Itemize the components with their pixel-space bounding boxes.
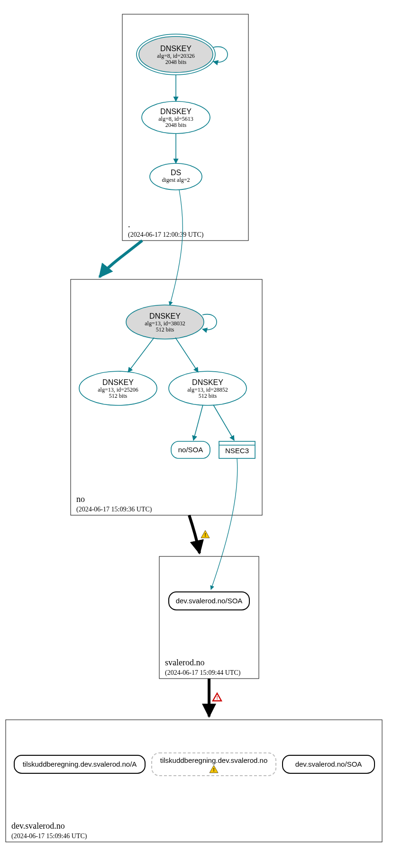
svg-text:tilskuddberegning.dev.svalerod: tilskuddberegning.dev.svalerod.no/A xyxy=(23,760,137,768)
svg-text:!: ! xyxy=(213,767,215,772)
svg-text:DNSKEY: DNSKEY xyxy=(102,378,134,386)
svg-text:alg=8, id=5613: alg=8, id=5613 xyxy=(158,116,193,122)
node-no-nsec3: NSEC3 xyxy=(219,441,255,458)
zone-dev-label: dev.svalerod.no xyxy=(11,821,65,831)
svg-text:DNSKEY: DNSKEY xyxy=(160,107,192,116)
svg-text:DNSKEY: DNSKEY xyxy=(160,45,192,53)
node-no-soa: no/SOA xyxy=(171,441,210,458)
dnssec-graph: . (2024-06-17 12:00:39 UTC) DNSKEY alg=8… xyxy=(0,0,393,868)
svg-text:alg=13, id=38032: alg=13, id=38032 xyxy=(145,320,185,327)
svg-text:512 bits: 512 bits xyxy=(109,393,128,399)
svg-text:512 bits: 512 bits xyxy=(199,393,217,399)
warning-icon: ! xyxy=(210,765,218,773)
node-no-zsk1: DNSKEY alg=13, id=25206 512 bits xyxy=(79,371,157,405)
edge-root-to-no-delegation xyxy=(100,241,142,277)
edge-no-zsk2-soa xyxy=(193,405,203,440)
svg-text:DNSKEY: DNSKEY xyxy=(149,312,181,320)
node-no-ksk: DNSKEY alg=13, id=38032 512 bits xyxy=(126,305,204,339)
svg-text:dev.svalerod.no/SOA: dev.svalerod.no/SOA xyxy=(295,760,362,768)
svg-text:2048 bits: 2048 bits xyxy=(165,122,187,128)
svg-text:DNSKEY: DNSKEY xyxy=(192,378,223,386)
edge-root-ds-to-no-ksk xyxy=(170,190,183,305)
svg-text:alg=8, id=20326: alg=8, id=20326 xyxy=(157,53,195,59)
zone-no-timestamp: (2024-06-17 15:09:36 UTC) xyxy=(76,506,152,513)
zone-root-label: . xyxy=(128,220,130,229)
node-root-ds: DS digest alg=2 xyxy=(150,163,202,190)
zone-svalerod-timestamp: (2024-06-17 15:09:44 UTC) xyxy=(165,669,241,677)
error-icon: ! xyxy=(213,693,221,701)
svg-text:!: ! xyxy=(216,695,218,700)
node-no-zsk2: DNSKEY alg=13, id=28852 512 bits xyxy=(169,371,247,405)
node-dev-soa: dev.svalerod.no/SOA xyxy=(283,755,375,773)
svg-text:NSEC3: NSEC3 xyxy=(225,447,249,455)
zone-no: no (2024-06-17 15:09:36 UTC) DNSKEY alg=… xyxy=(71,279,262,515)
node-svalerod-soa: dev.svalerod.no/SOA xyxy=(169,592,249,610)
svg-text:!: ! xyxy=(204,532,206,537)
svg-text:alg=13, id=28852: alg=13, id=28852 xyxy=(187,386,228,393)
edge-no-ksk-zsk2 xyxy=(175,338,198,372)
zone-root: . (2024-06-17 12:00:39 UTC) DNSKEY alg=8… xyxy=(122,14,248,241)
svg-text:512 bits: 512 bits xyxy=(156,326,174,333)
zone-no-label: no xyxy=(76,494,85,504)
svg-text:no/SOA: no/SOA xyxy=(178,446,203,454)
zone-root-timestamp: (2024-06-17 12:00:39 UTC) xyxy=(128,231,204,239)
svg-text:digest alg=2: digest alg=2 xyxy=(162,177,190,183)
zone-svalerod-label: svalerod.no xyxy=(165,658,204,667)
zone-svalerod: svalerod.no (2024-06-17 15:09:44 UTC) de… xyxy=(159,556,259,679)
svg-text:2048 bits: 2048 bits xyxy=(165,59,187,65)
node-root-zsk: DNSKEY alg=8, id=5613 2048 bits xyxy=(142,101,210,134)
edge-no-to-svalerod-delegation xyxy=(189,515,200,553)
svg-text:DS: DS xyxy=(171,169,181,177)
zone-dev-timestamp: (2024-06-17 15:09:46 UTC) xyxy=(11,832,87,840)
node-dev-a: tilskuddberegning.dev.svalerod.no/A xyxy=(14,755,145,773)
edge-nsec3-to-svalerod-soa xyxy=(211,458,238,590)
svg-text:dev.svalerod.no/SOA: dev.svalerod.no/SOA xyxy=(176,597,243,605)
warning-icon: ! xyxy=(201,530,210,538)
svg-text:alg=13, id=25206: alg=13, id=25206 xyxy=(98,386,138,393)
edge-no-zsk2-nsec3 xyxy=(213,405,234,440)
node-dev-name: tilskuddberegning.dev.svalerod.no ! xyxy=(152,753,276,776)
node-root-ksk: DNSKEY alg=8, id=20326 2048 bits xyxy=(137,34,215,75)
svg-text:tilskuddberegning.dev.svalerod: tilskuddberegning.dev.svalerod.no xyxy=(160,756,268,764)
edge-no-ksk-zsk1 xyxy=(128,338,154,372)
edge-no-ksk-self xyxy=(202,314,217,330)
zone-dev: dev.svalerod.no (2024-06-17 15:09:46 UTC… xyxy=(6,720,382,842)
